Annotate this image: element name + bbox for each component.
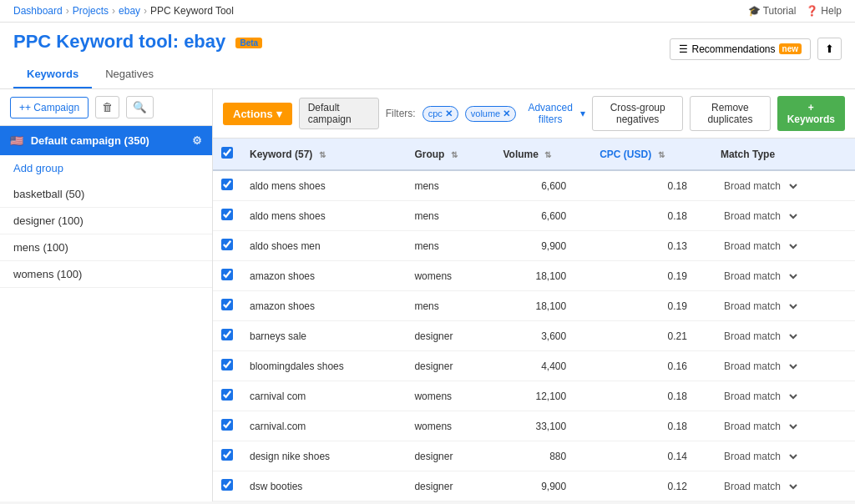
match-type-cell-8[interactable]: Broad match Phrase match Exact match [712, 411, 855, 441]
add-campaign-button[interactable]: + + Campaign [10, 97, 89, 118]
row-checkbox-5[interactable] [221, 329, 233, 340]
cpc-cell-0: 0.18 [591, 170, 712, 201]
match-type-select-2[interactable]: Broad match Phrase match Exact match [721, 239, 800, 253]
breadcrumb-ebay[interactable]: ebay [119, 5, 140, 17]
sidebar-group-designer[interactable]: designer (100) [0, 208, 212, 234]
table-row: dsw booties womens 9,900 0.12 Broad matc… [213, 501, 855, 502]
keyword-cell-5: barneys sale [241, 321, 406, 351]
remove-cpc-icon[interactable]: ✕ [445, 108, 453, 119]
row-checkbox-cell-6[interactable] [213, 351, 241, 381]
cpc-column-header[interactable]: CPC (USD) ⇅ [591, 139, 712, 170]
row-checkbox-10[interactable] [221, 479, 233, 491]
match-type-cell-1[interactable]: Broad match Phrase match Exact match [712, 201, 855, 231]
volume-column-header[interactable]: Volume ⇅ [495, 139, 592, 170]
row-checkbox-2[interactable] [221, 239, 233, 250]
match-type-select-8[interactable]: Broad match Phrase match Exact match [721, 420, 800, 433]
match-type-select-10[interactable]: Broad match Phrase match Exact match [721, 480, 800, 493]
tutorial-link[interactable]: 🎓 Tutorial [748, 5, 797, 17]
filter-tag-cpc[interactable]: cpc ✕ [422, 106, 458, 122]
breadcrumb-projects[interactable]: Projects [73, 5, 109, 17]
breadcrumb-dashboard[interactable]: Dashboard [13, 5, 63, 17]
gear-icon[interactable]: ⚙ [192, 134, 202, 147]
group-column-header[interactable]: Group ⇅ [406, 139, 494, 170]
search-button[interactable]: 🔍 [126, 96, 154, 118]
filter-tag-volume[interactable]: volume ✕ [465, 106, 516, 122]
export-button[interactable]: ⬆ [817, 38, 842, 60]
row-checkbox-7[interactable] [221, 389, 233, 401]
help-link[interactable]: ❓ Help [806, 5, 842, 17]
select-all-checkbox[interactable] [221, 147, 233, 159]
match-type-cell-5[interactable]: Broad match Phrase match Exact match [712, 321, 855, 351]
sidebar-toolbar: + + Campaign 🗑 🔍 [0, 89, 212, 126]
row-checkbox-0[interactable] [221, 179, 233, 190]
row-checkbox-1[interactable] [221, 209, 233, 220]
match-type-cell-3[interactable]: Broad match Phrase match Exact match [712, 261, 855, 291]
add-group-link[interactable]: Add group [0, 155, 212, 181]
tab-keywords[interactable]: Keywords [13, 61, 92, 88]
match-type-select-3[interactable]: Broad match Phrase match Exact match [721, 270, 800, 283]
row-checkbox-6[interactable] [221, 359, 233, 370]
advanced-filters-button[interactable]: Advanced filters ▾ [523, 102, 585, 125]
row-checkbox-cell-10[interactable] [213, 471, 241, 501]
sidebar-group-mens[interactable]: mens (100) [0, 234, 212, 261]
tutorial-icon: 🎓 [748, 5, 761, 17]
match-type-select-1[interactable]: Broad match Phrase match Exact match [721, 209, 800, 223]
row-checkbox-cell-7[interactable] [213, 381, 241, 411]
row-checkbox-cell-1[interactable] [213, 201, 241, 231]
group-cell-3: womens [406, 261, 494, 291]
add-keywords-button[interactable]: + Keywords [777, 96, 845, 131]
match-type-cell-6[interactable]: Broad match Phrase match Exact match [712, 351, 855, 381]
match-type-select-6[interactable]: Broad match Phrase match Exact match [721, 360, 800, 373]
match-type-select-0[interactable]: Broad match Phrase match Exact match [721, 179, 800, 193]
campaign-header[interactable]: 🇺🇸 Default campaign (350) ⚙ [0, 126, 212, 155]
table-row: aldo mens shoes mens 6,600 0.18 Broad ma… [213, 201, 855, 231]
delete-button[interactable]: 🗑 [95, 96, 119, 118]
volume-cell-9: 880 [495, 441, 592, 471]
keyword-cell-7: carnival com [241, 381, 406, 411]
recommendations-icon: ☰ [679, 43, 688, 55]
actions-dropdown-button[interactable]: Actions ▾ [223, 103, 292, 125]
row-checkbox-cell-4[interactable] [213, 291, 241, 321]
match-type-cell-9[interactable]: Broad match Phrase match Exact match [712, 441, 855, 471]
content-area: Actions ▾ Default campaign Filters: cpc … [213, 89, 855, 501]
match-type-cell-4[interactable]: Broad match Phrase match Exact match [712, 291, 855, 321]
group-cell-5: designer [406, 321, 494, 351]
row-checkbox-cell-0[interactable] [213, 170, 241, 201]
recommendations-button[interactable]: ☰ Recommendations new [670, 38, 811, 60]
match-type-cell-7[interactable]: Broad match Phrase match Exact match [712, 381, 855, 411]
remove-duplicates-button[interactable]: Remove duplicates [690, 96, 770, 131]
group-cell-6: designer [406, 351, 494, 381]
match-type-cell-2[interactable]: Broad match Phrase match Exact match [712, 231, 855, 261]
row-checkbox-cell-9[interactable] [213, 441, 241, 471]
tab-negatives[interactable]: Negatives [92, 61, 167, 88]
volume-cell-10: 9,900 [495, 471, 592, 501]
cross-group-negatives-button[interactable]: Cross-group negatives [592, 96, 683, 131]
row-checkbox-3[interactable] [221, 269, 233, 280]
match-type-cell-11[interactable]: Broad match Phrase match Exact match [712, 501, 855, 502]
match-type-select-4[interactable]: Broad match Phrase match Exact match [721, 300, 800, 313]
keyword-cell-11: dsw booties [241, 501, 406, 502]
match-type-cell-0[interactable]: Broad match Phrase match Exact match [712, 170, 855, 201]
row-checkbox-cell-3[interactable] [213, 261, 241, 291]
sidebar-group-basketball[interactable]: basketball (50) [0, 181, 212, 208]
match-type-select-7[interactable]: Broad match Phrase match Exact match [721, 390, 800, 403]
campaign-filter-tag[interactable]: Default campaign [299, 98, 379, 129]
sidebar-group-womens[interactable]: womens (100) [0, 261, 212, 288]
volume-sort-icon: ⇅ [544, 150, 551, 159]
row-checkbox-cell-2[interactable] [213, 231, 241, 261]
row-checkbox-cell-11[interactable] [213, 501, 241, 502]
row-checkbox-8[interactable] [221, 419, 233, 431]
help-icon: ❓ [806, 5, 818, 17]
remove-volume-icon[interactable]: ✕ [503, 108, 510, 119]
row-checkbox-cell-8[interactable] [213, 411, 241, 441]
cpc-cell-1: 0.18 [591, 201, 712, 231]
keyword-column-header[interactable]: Keyword (57) ⇅ [241, 139, 406, 170]
keyword-cell-2: aldo shoes men [241, 231, 406, 261]
row-checkbox-9[interactable] [221, 449, 233, 461]
row-checkbox-cell-5[interactable] [213, 321, 241, 351]
match-type-cell-10[interactable]: Broad match Phrase match Exact match [712, 471, 855, 501]
select-all-header[interactable] [213, 139, 241, 170]
row-checkbox-4[interactable] [221, 299, 233, 310]
match-type-select-5[interactable]: Broad match Phrase match Exact match [721, 330, 800, 343]
match-type-select-9[interactable]: Broad match Phrase match Exact match [721, 450, 800, 463]
